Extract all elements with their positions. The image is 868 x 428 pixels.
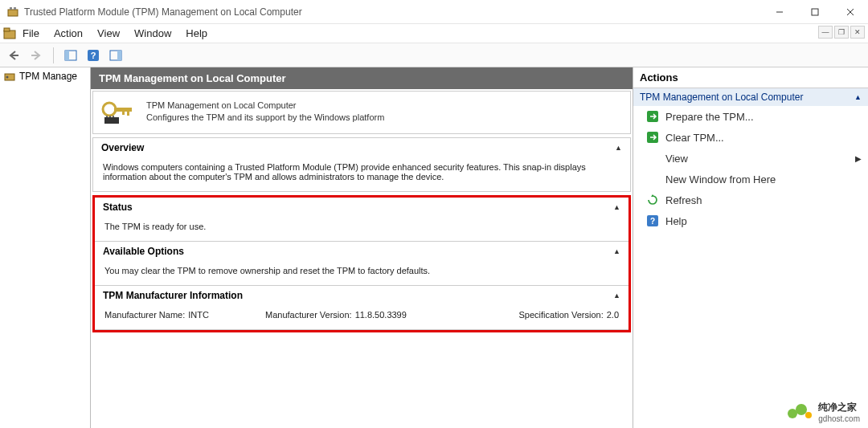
collapse-icon: ▲ <box>613 203 620 211</box>
section-options-body: You may clear the TPM to remove ownershi… <box>95 261 628 285</box>
actions-header: Actions <box>633 67 868 88</box>
action-new-window-label: New Window from Here <box>665 173 862 185</box>
svg-rect-26 <box>113 116 114 117</box>
mdi-minimize[interactable]: — <box>818 26 833 39</box>
submenu-arrow-icon: ▶ <box>855 154 862 163</box>
svg-text:?: ? <box>650 217 655 226</box>
svg-rect-4 <box>812 9 818 15</box>
mfg-spec-label: Specification Version: <box>519 310 604 320</box>
actions-group-header[interactable]: TPM Management on Local Computer ▲ <box>633 88 868 106</box>
toolbar-separator <box>53 47 54 63</box>
svg-rect-20 <box>114 108 132 112</box>
mfg-name-pair: Manufacturer Name: INTC <box>104 310 265 320</box>
watermark-logo-icon <box>788 404 813 420</box>
action-new-window[interactable]: New Window from Here <box>633 169 868 190</box>
section-available-options: Available Options ▲ You may clear the TP… <box>95 242 628 286</box>
blank-icon <box>646 152 659 165</box>
minimize-button[interactable] <box>762 0 797 24</box>
watermark-line2: gdhost.com <box>818 414 860 423</box>
menu-action[interactable]: Action <box>54 27 83 39</box>
collapse-icon: ▲ <box>854 93 862 101</box>
window-title: Trusted Platform Module (TPM) Management… <box>24 6 762 18</box>
description-title: TPM Management on Local Computer <box>146 100 384 112</box>
svg-text:?: ? <box>91 51 96 60</box>
close-button[interactable] <box>833 0 868 24</box>
section-overview: Overview ▲ Windows computers containing … <box>93 138 630 191</box>
collapse-icon: ▲ <box>613 291 620 300</box>
overview-group: Overview ▲ Windows computers containing … <box>92 137 631 192</box>
tree-node-tpm-manage[interactable]: TPM Manage <box>0 67 90 85</box>
action-prepare-tpm[interactable]: Prepare the TPM... <box>633 106 868 127</box>
action-clear-label: Clear TPM... <box>665 132 862 144</box>
section-status-title: Status <box>103 202 133 213</box>
watermark: 纯净之家 gdhost.com <box>788 401 860 423</box>
svg-rect-22 <box>122 112 125 115</box>
mdi-controls: — ❐ ✕ <box>818 26 865 39</box>
svg-rect-2 <box>14 7 16 10</box>
section-status-body: The TPM is ready for use. <box>95 217 628 241</box>
actions-pane: Actions TPM Management on Local Computer… <box>633 67 868 428</box>
svg-rect-1 <box>10 7 12 10</box>
action-clear-tpm[interactable]: Clear TPM... <box>633 127 868 148</box>
action-go-icon <box>646 110 659 123</box>
action-help[interactable]: ? Help <box>633 210 868 231</box>
section-options-header[interactable]: Available Options ▲ <box>95 242 628 261</box>
section-overview-header[interactable]: Overview ▲ <box>93 138 630 157</box>
mmc-icon <box>3 27 16 40</box>
description-text: TPM Management on Local Computer Configu… <box>146 100 384 124</box>
blank-icon <box>646 173 659 185</box>
tree-node-label: TPM Manage <box>19 71 77 82</box>
section-status-header[interactable]: Status ▲ <box>95 198 628 217</box>
action-view[interactable]: View ▶ <box>633 148 868 169</box>
menu-view[interactable]: View <box>97 27 120 39</box>
action-refresh-label: Refresh <box>665 194 862 206</box>
section-mfg-title: TPM Manufacturer Information <box>103 290 243 301</box>
actions-group-label: TPM Management on Local Computer <box>640 92 803 103</box>
nav-forward-button[interactable] <box>27 47 45 64</box>
section-status: Status ▲ The TPM is ready for use. <box>95 198 628 242</box>
action-view-label: View <box>665 153 688 165</box>
section-overview-title: Overview <box>101 142 144 153</box>
center-header: TPM Management on Local Computer <box>91 67 633 89</box>
svg-rect-0 <box>8 10 18 16</box>
menu-help[interactable]: Help <box>186 27 207 39</box>
svg-point-19 <box>103 103 116 116</box>
watermark-text: 纯净之家 gdhost.com <box>818 401 860 423</box>
show-hide-action-button[interactable] <box>107 47 125 64</box>
collapse-icon: ▲ <box>615 144 622 152</box>
mfg-name-label: Manufacturer Name: <box>104 310 185 320</box>
mdi-restore[interactable]: ❐ <box>834 26 849 39</box>
help-icon: ? <box>646 214 659 227</box>
menu-file[interactable]: File <box>23 27 39 39</box>
window-controls <box>762 0 868 24</box>
description-body: Configures the TPM and its support by th… <box>146 112 384 124</box>
menubar: File Action View Window Help — ❐ ✕ <box>0 24 868 43</box>
svg-rect-23 <box>104 117 119 124</box>
mfg-name-value: INTC <box>188 310 209 320</box>
section-mfg-header[interactable]: TPM Manufacturer Information ▲ <box>95 286 628 305</box>
section-manufacturer-info: TPM Manufacturer Information ▲ Manufactu… <box>95 286 628 330</box>
action-go-icon <box>646 131 659 144</box>
section-options-title: Available Options <box>103 246 184 257</box>
mfg-version-label: Manufacturer Version: <box>265 310 352 320</box>
tpm-key-icon <box>100 100 138 125</box>
svg-point-18 <box>6 76 9 79</box>
mfg-info-row: Manufacturer Name: INTC Manufacturer Ver… <box>104 310 619 320</box>
status-highlight-box: Status ▲ The TPM is ready for use. Avail… <box>92 195 631 332</box>
toolbar: ? <box>0 43 868 67</box>
maximize-button[interactable] <box>797 0 833 24</box>
nav-back-button[interactable] <box>5 47 23 64</box>
show-hide-tree-button[interactable] <box>62 47 80 64</box>
svg-rect-8 <box>4 28 10 31</box>
tpm-node-icon <box>3 70 16 83</box>
mfg-spec-pair: Specification Version: 2.0 <box>466 310 619 320</box>
mdi-close[interactable]: ✕ <box>850 26 865 39</box>
menu-window[interactable]: Window <box>134 27 171 39</box>
section-overview-body: Windows computers containing a Trusted P… <box>93 157 630 191</box>
help-button[interactable]: ? <box>84 47 102 64</box>
action-refresh[interactable]: Refresh <box>633 190 868 210</box>
watermark-line1: 纯净之家 <box>818 401 860 414</box>
workspace: TPM Manage TPM Management on Local Compu… <box>0 67 868 428</box>
console-tree-pane: TPM Manage <box>0 67 91 428</box>
section-mfg-body: Manufacturer Name: INTC Manufacturer Ver… <box>95 305 628 329</box>
